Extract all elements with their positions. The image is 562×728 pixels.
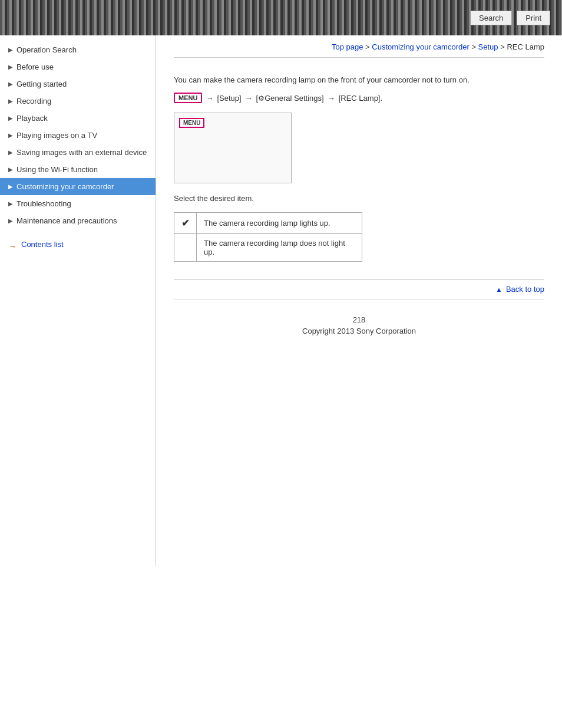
breadcrumb-top-page[interactable]: Top page — [332, 42, 363, 51]
instruction-rec-lamp: [REC Lamp]. — [339, 94, 382, 103]
arrow-icon: ▶ — [8, 218, 13, 224]
breadcrumb: Top page > Customizing your camcorder > … — [174, 35, 544, 58]
sidebar-item-operation-search[interactable]: ▶ Operation Search — [0, 41, 156, 58]
print-button[interactable]: Print — [517, 11, 550, 25]
instruction-setup: [Setup] — [217, 94, 241, 103]
arrow-right-icon — [8, 242, 18, 248]
option-check-2 — [174, 234, 197, 262]
arrow-icon: ▶ — [8, 183, 13, 190]
main-content: Top page > Customizing your camcorder > … — [156, 35, 562, 566]
sidebar-label: Playback — [16, 114, 48, 123]
instruction-arrow2: → — [245, 94, 253, 103]
menu-instruction: MENU → [Setup] → [⚙General Settings] → [… — [174, 93, 544, 103]
arrow-icon: ▶ — [8, 149, 13, 156]
sidebar: ▶ Operation Search ▶ Before use ▶ Gettin… — [0, 35, 156, 566]
arrow-icon: ▶ — [8, 47, 13, 53]
arrow-icon: ▶ — [8, 200, 13, 207]
arrow-icon: ▶ — [8, 115, 13, 121]
breadcrumb-setup[interactable]: Setup — [478, 42, 498, 51]
sidebar-item-before-use[interactable]: ▶ Before use — [0, 58, 156, 75]
instruction-arrow3: → — [328, 94, 335, 103]
sidebar-item-playing-images[interactable]: ▶ Playing images on a TV — [0, 127, 156, 144]
sidebar-label: Recording — [16, 97, 51, 106]
sidebar-item-getting-started[interactable]: ▶ Getting started — [0, 75, 156, 93]
footer: 218 Copyright 2013 Sony Corporation — [174, 299, 544, 347]
instruction-general: [⚙General Settings] — [256, 94, 324, 103]
sidebar-label: Customizing your camcorder — [16, 182, 114, 191]
sidebar-item-playback[interactable]: ▶ Playback — [0, 110, 156, 127]
breadcrumb-sep1: > — [363, 42, 372, 51]
screenshot-box: MENU — [174, 113, 292, 183]
contents-list-label: Contents list — [21, 240, 64, 249]
instruction-arrow1: → — [206, 94, 213, 103]
sidebar-item-customizing[interactable]: ▶ Customizing your camcorder — [0, 178, 156, 195]
table-row: The camera recording lamp does not light… — [174, 234, 362, 262]
breadcrumb-sep3: > — [498, 42, 507, 51]
sidebar-label: Before use — [16, 62, 54, 71]
screenshot-menu-btn: MENU — [179, 118, 204, 128]
arrow-icon: ▶ — [8, 166, 13, 173]
sidebar-item-recording[interactable]: ▶ Recording — [0, 93, 156, 110]
intro-text: You can make the camera recording lamp o… — [174, 75, 544, 84]
search-button[interactable]: Search — [470, 11, 512, 25]
back-to-top-label: Back to top — [506, 285, 544, 294]
sidebar-item-saving-images[interactable]: ▶ Saving images with an external device — [0, 144, 156, 161]
triangle-icon: ▲ — [495, 286, 502, 293]
contents-list-link[interactable]: Contents list — [0, 235, 156, 253]
breadcrumb-sep2: > — [470, 42, 478, 51]
sidebar-label: Operation Search — [16, 45, 77, 54]
sidebar-item-wifi[interactable]: ▶ Using the Wi-Fi function — [0, 161, 156, 178]
back-to-top-link[interactable]: ▲ Back to top — [495, 285, 544, 294]
select-text: Select the desired item. — [174, 194, 544, 203]
breadcrumb-rec-lamp: REC Lamp — [507, 42, 544, 51]
sidebar-label: Getting started — [16, 80, 67, 88]
back-to-top-bar: ▲ Back to top — [174, 279, 544, 294]
sidebar-item-maintenance[interactable]: ▶ Maintenance and precautions — [0, 212, 156, 229]
table-row: ✔ The camera recording lamp lights up. — [174, 213, 362, 234]
page-layout: ▶ Operation Search ▶ Before use ▶ Gettin… — [0, 35, 562, 566]
sidebar-label: Using the Wi-Fi function — [16, 165, 98, 174]
sidebar-label: Troubleshooting — [16, 199, 71, 208]
arrow-icon: ▶ — [8, 64, 13, 70]
page-number: 218 — [174, 309, 544, 327]
option-check-1: ✔ — [174, 213, 197, 234]
arrow-icon: ▶ — [8, 81, 13, 87]
content-area: You can make the camera recording lamp o… — [174, 70, 544, 299]
sidebar-item-troubleshooting[interactable]: ▶ Troubleshooting — [0, 195, 156, 212]
arrow-icon: ▶ — [8, 132, 13, 139]
copyright: Copyright 2013 Sony Corporation — [174, 327, 544, 335]
header: Search Print — [0, 0, 562, 35]
sidebar-label: Saving images with an external device — [16, 148, 147, 157]
option-desc-1: The camera recording lamp lights up. — [197, 213, 362, 234]
arrow-icon: ▶ — [8, 98, 13, 104]
sidebar-label: Maintenance and precautions — [16, 216, 117, 225]
sidebar-label: Playing images on a TV — [16, 131, 97, 140]
menu-button-label: MENU — [174, 93, 202, 103]
options-table: ✔ The camera recording lamp lights up. T… — [174, 212, 362, 262]
option-desc-2: The camera recording lamp does not light… — [197, 234, 362, 262]
breadcrumb-customizing[interactable]: Customizing your camcorder — [372, 42, 469, 51]
